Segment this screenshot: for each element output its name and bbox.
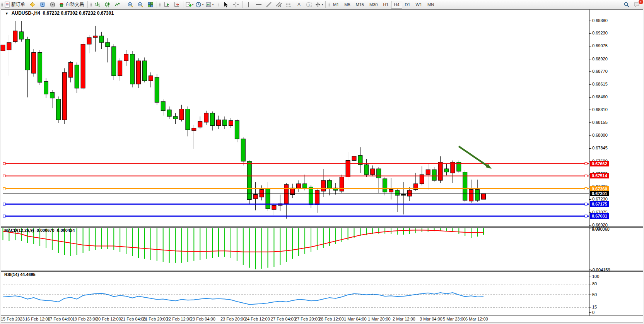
candle	[309, 187, 313, 204]
time-axis-label: 15 Feb 2023	[1, 317, 25, 321]
candle	[26, 39, 30, 70]
symbol-dropdown-icon[interactable]: ▼	[5, 12, 9, 15]
time-axis-label: 23 Feb 20:00	[220, 317, 246, 321]
candle	[266, 189, 270, 209]
line-handle[interactable]	[3, 163, 5, 165]
candle	[142, 61, 147, 81]
time-axis-label: 23 Feb 04:00	[190, 317, 215, 321]
mt4-window: 新订单	[0, 0, 644, 324]
candle	[68, 62, 73, 77]
chart-canvas[interactable]	[0, 0, 644, 324]
candle	[315, 190, 319, 204]
candle	[173, 117, 178, 119]
candle	[112, 47, 116, 76]
candle	[149, 76, 153, 81]
hline-price-label: 0.67662	[590, 161, 609, 166]
candle	[432, 170, 436, 180]
line-handle[interactable]	[585, 163, 587, 165]
candle	[389, 190, 393, 192]
rsi-value: 44.4695	[20, 272, 36, 277]
price-tick-label: 0.68310	[592, 107, 608, 112]
candle	[1, 45, 5, 51]
hline-price-label: 0.67514	[590, 173, 609, 178]
macd-scale-min: -0.004159	[591, 267, 610, 272]
time-axis-label: 20 Feb 12:00	[96, 317, 121, 321]
candle	[75, 65, 79, 88]
candle	[235, 121, 239, 139]
hline-price-label: 0.67175	[590, 201, 609, 207]
time-axis-label: 1 Mar 04:00	[344, 317, 367, 321]
time-axis-label: 17 Feb 04:00	[48, 317, 73, 321]
candle	[407, 190, 412, 196]
candle	[438, 162, 442, 180]
line-handle[interactable]	[3, 175, 5, 177]
ohlc-close: 0.67301	[97, 10, 114, 16]
price-tick-label: 0.67845	[592, 146, 608, 150]
time-axis-label: 19 Feb 23:00	[72, 317, 97, 321]
rsi-scale-label: 50	[592, 292, 597, 297]
candle	[253, 195, 258, 199]
candle	[395, 190, 400, 195]
candle	[272, 205, 276, 209]
candle	[130, 54, 135, 84]
candle	[463, 172, 467, 201]
ohlc-low: 0.67232	[79, 10, 96, 16]
candle	[99, 36, 104, 43]
price-tick-label: 0.68460	[592, 94, 608, 99]
price-tick-label: 0.68920	[592, 57, 608, 61]
candle	[371, 169, 375, 175]
candle	[482, 194, 486, 199]
candle	[229, 121, 233, 126]
candle	[327, 180, 331, 189]
candle	[469, 190, 473, 201]
candle	[444, 169, 449, 172]
line-handle[interactable]	[3, 215, 5, 217]
line-handle[interactable]	[585, 175, 587, 177]
time-axis-label: 27 Feb 20:00	[295, 317, 320, 321]
ohlc-open: 0.67232	[43, 10, 60, 16]
rsi-scale-label: 100	[592, 274, 599, 279]
candle	[284, 185, 289, 204]
line-handle[interactable]	[585, 188, 587, 190]
price-tick-label: 0.69075	[592, 43, 608, 48]
time-axis-label: 21 Feb 20:00	[143, 317, 168, 321]
line-handle[interactable]	[3, 188, 5, 190]
candle	[13, 31, 17, 42]
candle	[297, 184, 301, 189]
candle	[44, 82, 48, 94]
price-tick-label: 0.68615	[592, 82, 608, 86]
candle	[38, 53, 42, 82]
price-tick-label: 0.68155	[592, 120, 608, 125]
candle	[401, 195, 405, 195]
price-tick-label: 0.68770	[592, 69, 608, 74]
price-tick-label: 0.66920	[592, 223, 608, 227]
candle	[321, 180, 325, 191]
candle	[87, 38, 91, 44]
time-axis-label: 1 Mar 20:00	[368, 317, 391, 321]
candle	[81, 44, 85, 88]
chart-symbol-period: AUDUSD-,H4	[12, 10, 40, 16]
candle	[62, 72, 67, 120]
chart-title[interactable]: ▼ AUDUSD-,H4 0.67232 0.67302 0.67232 0.6…	[5, 10, 114, 16]
candle	[124, 54, 128, 61]
candle	[383, 179, 387, 192]
rsi-scale-label: 0	[592, 310, 594, 315]
candle	[346, 161, 350, 177]
price-tick-label: 0.69230	[592, 31, 608, 35]
chart-frame	[1, 10, 643, 322]
candle	[186, 109, 190, 130]
candle	[198, 122, 202, 127]
time-axis-label: 2 Mar 12:00	[393, 317, 415, 321]
macd-signal-value: -0.000424	[56, 228, 75, 233]
line-handle[interactable]	[585, 215, 587, 217]
candle	[217, 120, 221, 125]
time-axis-label: 16 Feb 12:00	[25, 317, 50, 321]
macd-label: MACD(12,26,9) -0.000670 -0.000424	[4, 228, 75, 233]
candle	[210, 113, 215, 125]
candle	[303, 184, 307, 188]
rsi-scale-label: 15	[592, 305, 597, 309]
line-handle[interactable]	[585, 203, 587, 205]
line-handle[interactable]	[3, 203, 5, 205]
macd-main-value: -0.000670	[35, 228, 55, 233]
candle	[377, 169, 381, 178]
